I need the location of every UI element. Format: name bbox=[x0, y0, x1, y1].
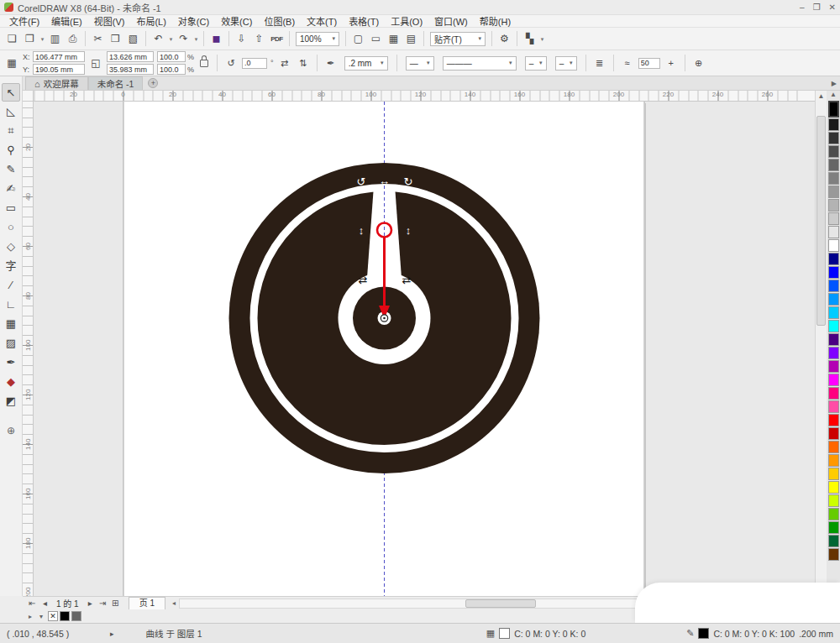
line-cap-select[interactable]: – ▾ bbox=[555, 56, 577, 71]
mesh-fill-tool[interactable]: ▦ bbox=[2, 315, 20, 333]
y-position-input[interactable] bbox=[33, 64, 85, 75]
menu-item[interactable]: 文件(F) bbox=[3, 14, 45, 28]
page-tab[interactable]: 页 1 bbox=[129, 597, 165, 609]
options-button[interactable]: ⚙ bbox=[496, 30, 513, 48]
color-swatch[interactable] bbox=[828, 414, 839, 426]
color-swatch[interactable] bbox=[828, 145, 839, 158]
close-button[interactable]: ✕ bbox=[829, 3, 836, 12]
dropdown-caret[interactable]: ▾ bbox=[167, 30, 175, 48]
menu-item[interactable]: 编辑(E) bbox=[45, 14, 88, 28]
arrowhead-start-select[interactable]: — ▾ bbox=[406, 56, 434, 71]
color-swatch[interactable] bbox=[828, 101, 839, 118]
horizontal-ruler[interactable]: 20020406080100120140160180200220240260 bbox=[34, 91, 815, 102]
palette-scroll-up-icon[interactable]: ▲ bbox=[830, 91, 837, 99]
freehand-tool[interactable]: ✎ bbox=[2, 160, 20, 179]
last-page-button[interactable]: ⇥ bbox=[97, 599, 109, 608]
dropdown-caret[interactable]: ▾ bbox=[39, 30, 46, 48]
hscroll-thumb[interactable] bbox=[465, 599, 536, 608]
zoom-tool[interactable]: ⚲ bbox=[2, 141, 20, 159]
eyedropper-tool[interactable]: ✒ bbox=[2, 353, 20, 372]
color-swatch[interactable] bbox=[828, 535, 839, 547]
color-swatch[interactable] bbox=[828, 508, 839, 520]
menu-item[interactable]: 位图(B) bbox=[258, 14, 301, 28]
outline-color-swatch[interactable] bbox=[698, 628, 709, 639]
menu-item[interactable]: 窗口(W) bbox=[428, 14, 474, 28]
add-page-button[interactable]: ⊞ bbox=[109, 599, 122, 608]
toolbox-customize-button[interactable]: ⊕ bbox=[2, 421, 20, 440]
color-swatch[interactable] bbox=[828, 186, 839, 198]
fullscreen-preview-button[interactable]: ▢ bbox=[349, 30, 367, 48]
color-swatch[interactable] bbox=[828, 172, 839, 185]
rotate-handle-top-right[interactable]: ↻ bbox=[404, 175, 413, 188]
move-handle-top-center[interactable]: ↔ bbox=[379, 175, 390, 187]
doc-color-swatch[interactable] bbox=[48, 611, 58, 621]
position-grid-icon[interactable]: ▦ bbox=[4, 57, 19, 69]
ellipse-tool[interactable]: ○ bbox=[2, 218, 20, 237]
rotate-handle-top-left[interactable]: ↺ bbox=[357, 175, 366, 188]
pick-tool[interactable]: ↖ bbox=[2, 83, 20, 102]
color-swatch[interactable] bbox=[828, 521, 839, 534]
doc-palette-flyout-icon[interactable]: ▸ bbox=[26, 613, 34, 620]
transparency-tool[interactable]: ▨ bbox=[2, 334, 20, 353]
connector-tool[interactable]: ∟ bbox=[2, 295, 20, 314]
tab-welcome-screen[interactable]: ⌂ 欢迎屏幕 bbox=[25, 76, 88, 90]
tab-scroll-right-icon[interactable]: ▶ bbox=[832, 80, 837, 87]
dropdown-caret[interactable]: ▾ bbox=[192, 30, 200, 48]
restore-button[interactable]: ❐ bbox=[813, 3, 821, 12]
color-swatch[interactable] bbox=[828, 212, 839, 225]
new-document-button[interactable]: ❏ bbox=[3, 30, 21, 48]
redo-button[interactable]: ↷ bbox=[175, 30, 192, 48]
menu-item[interactable]: 效果(C) bbox=[215, 14, 258, 28]
rectangle-tool[interactable]: ▭ bbox=[2, 199, 20, 217]
color-swatch[interactable] bbox=[828, 253, 839, 265]
smoothing-stepper[interactable]: + bbox=[664, 55, 679, 71]
doc-color-swatch[interactable] bbox=[71, 611, 81, 621]
zoom-level-select[interactable]: 100% ▾ bbox=[296, 32, 339, 46]
vertical-ruler[interactable]: 20406080100120140160180200 bbox=[23, 102, 34, 596]
wrap-text-button[interactable]: ≣ bbox=[592, 55, 607, 71]
copy-button[interactable]: ❒ bbox=[107, 30, 124, 48]
rotation-angle-input[interactable] bbox=[242, 58, 267, 69]
snap-to-select[interactable]: 贴齐(T) ▾ bbox=[430, 32, 486, 46]
menu-item[interactable]: 对象(C) bbox=[172, 14, 215, 28]
color-swatch[interactable] bbox=[828, 293, 839, 306]
menu-item[interactable]: 表格(T) bbox=[343, 14, 385, 28]
color-swatch[interactable] bbox=[828, 494, 839, 507]
stretch-handle-right[interactable]: ↕ bbox=[406, 224, 412, 237]
show-grid-button[interactable]: ▦ bbox=[385, 30, 402, 48]
menu-item[interactable]: 工具(O) bbox=[385, 14, 428, 28]
object-height-input[interactable] bbox=[107, 64, 154, 75]
color-swatch[interactable] bbox=[828, 441, 839, 453]
polygon-tool[interactable]: ◇ bbox=[2, 238, 20, 256]
search-content-button[interactable]: ◼ bbox=[207, 30, 225, 48]
color-swatch[interactable] bbox=[828, 427, 839, 440]
color-swatch[interactable] bbox=[828, 132, 839, 144]
color-swatch[interactable] bbox=[828, 400, 839, 413]
drawing-svg[interactable]: ↺ ↔ ↻ ↕ ↕ ⇄ ⇄ bbox=[34, 102, 815, 596]
vertical-scrollbar[interactable]: ▲ ▼ bbox=[815, 91, 827, 596]
x-position-input[interactable] bbox=[33, 51, 85, 62]
color-swatch[interactable] bbox=[828, 226, 839, 238]
color-swatch[interactable] bbox=[828, 548, 839, 561]
arrowhead-end-select[interactable]: – ▾ bbox=[525, 56, 547, 71]
color-swatch[interactable] bbox=[828, 239, 839, 252]
show-guidelines-button[interactable]: ▤ bbox=[402, 30, 420, 48]
color-swatch[interactable] bbox=[828, 306, 839, 319]
minimize-button[interactable]: – bbox=[800, 3, 805, 12]
dropdown-caret[interactable]: ▾ bbox=[538, 30, 546, 48]
color-swatch[interactable] bbox=[828, 387, 839, 400]
color-swatch[interactable] bbox=[828, 159, 839, 171]
color-swatch[interactable] bbox=[828, 199, 839, 212]
undo-button[interactable]: ↶ bbox=[150, 30, 167, 48]
lock-ratio-button[interactable] bbox=[200, 60, 208, 67]
color-swatch[interactable] bbox=[828, 266, 839, 279]
crop-tool[interactable]: ⌗ bbox=[2, 122, 20, 140]
new-document-tab-button[interactable]: + bbox=[148, 78, 158, 88]
color-swatch[interactable] bbox=[828, 333, 839, 346]
next-page-button[interactable]: ▸ bbox=[84, 599, 97, 608]
mirror-horizontal-button[interactable]: ⇄ bbox=[277, 55, 292, 71]
vscroll-thumb[interactable] bbox=[816, 116, 826, 326]
quick-customize-button[interactable]: ⊕ bbox=[691, 55, 706, 71]
stretch-handle-left[interactable]: ↕ bbox=[359, 224, 365, 237]
drawing-canvas[interactable]: ↺ ↔ ↻ ↕ ↕ ⇄ ⇄ bbox=[34, 102, 815, 596]
